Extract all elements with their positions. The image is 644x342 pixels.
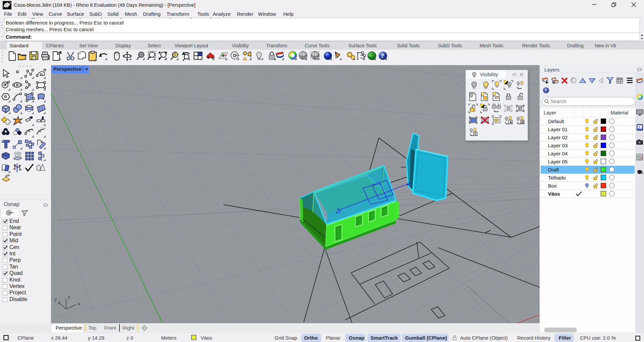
svg-text:x: x (78, 301, 81, 306)
svg-text:y: y (54, 296, 57, 302)
svg-text:8: 8 (10, 2, 11, 4)
svg-text:A: A (510, 120, 512, 124)
svg-text:?: ? (638, 125, 640, 129)
svg-text:?: ? (545, 88, 547, 93)
svg-text:C: C (475, 132, 477, 136)
svg-text:z: z (68, 294, 70, 300)
svg-text:B: B (522, 120, 524, 124)
svg-text:?: ? (381, 52, 384, 59)
